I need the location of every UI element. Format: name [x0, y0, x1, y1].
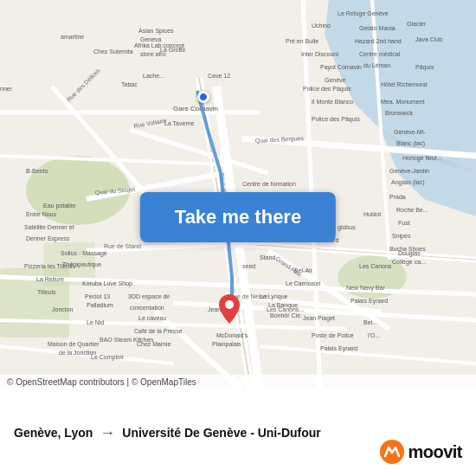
- svg-text:Inter Discount: Inter Discount: [301, 51, 338, 57]
- svg-text:Blanc (lac): Blanc (lac): [396, 140, 425, 147]
- svg-text:du Léman: du Léman: [363, 62, 390, 68]
- svg-text:Palais Eynard: Palais Eynard: [320, 345, 357, 352]
- svg-text:Brunswick: Brunswick: [385, 110, 413, 116]
- svg-text:amartine: amartine: [61, 34, 84, 40]
- svg-text:Les Canons: Les Canons: [359, 263, 392, 269]
- svg-text:Police des Pâquis: Police des Pâquis: [312, 116, 360, 123]
- svg-text:Collège ca...: Collège ca...: [392, 259, 426, 266]
- svg-text:Jean Piaget: Jean Piaget: [303, 315, 335, 322]
- svg-text:Payot Cornavin: Payot Cornavin: [320, 64, 362, 71]
- svg-text:Denner Express: Denner Express: [26, 235, 70, 242]
- svg-text:Centre médical: Centre médical: [359, 51, 401, 57]
- svg-text:nner: nner: [0, 86, 13, 92]
- svg-text:Bel...: Bel...: [363, 319, 377, 325]
- map-attribution: © OpenStreetMap contributors | © OpenMap…: [0, 375, 476, 389]
- svg-text:store afro: store afro: [140, 51, 166, 57]
- svg-text:Café de la Presse: Café de la Presse: [134, 328, 183, 334]
- svg-text:Bucha Shoes: Bucha Shoes: [389, 246, 426, 252]
- svg-text:Snipes: Snipes: [392, 233, 411, 240]
- svg-text:Anglais (lac): Anglais (lac): [391, 179, 425, 186]
- svg-text:Plainpalais: Plainpalais: [212, 341, 241, 348]
- svg-text:Le Carrousel: Le Carrousel: [286, 280, 321, 286]
- destination-marker: [219, 294, 240, 327]
- svg-text:concentation: concentation: [130, 305, 164, 311]
- svg-text:Stand: Stand: [260, 254, 275, 261]
- svg-text:Hazard 2nd hand: Hazard 2nd hand: [355, 38, 402, 44]
- svg-text:Poste de Police: Poste de Police: [312, 332, 354, 338]
- moovit-text: moovit: [408, 442, 462, 462]
- svg-text:Gelato Mania: Gelato Mania: [359, 25, 396, 31]
- svg-text:Fust: Fust: [398, 220, 410, 226]
- take-me-there-button[interactable]: Take me there: [140, 192, 336, 242]
- svg-text:Genève-Mt-: Genève-Mt-: [394, 129, 427, 135]
- svg-text:Asian Spices: Asian Spices: [138, 28, 174, 35]
- svg-text:Lache...: Lache...: [143, 73, 164, 79]
- map-container: Rue des Délices Rue Voltaire Quai du Seu…: [0, 0, 476, 389]
- svg-text:Roche Be...: Roche Be...: [396, 207, 428, 213]
- svg-text:Le Lyrique: Le Lyrique: [260, 293, 288, 300]
- svg-text:Joncton: Joncton: [52, 306, 74, 312]
- svg-text:Centre de formation: Centre de formation: [242, 181, 296, 187]
- svg-text:Maison de Quartier: Maison de Quartier: [48, 341, 100, 348]
- svg-text:seed: seed: [242, 263, 255, 269]
- svg-text:Hublot: Hublot: [363, 211, 381, 217]
- svg-text:Bel-Air: Bel-Air: [294, 267, 313, 273]
- svg-text:La Reliure: La Reliure: [36, 276, 64, 282]
- svg-text:Rue de Stand: Rue de Stand: [104, 243, 141, 249]
- route-from: Genève, Lyon: [14, 426, 93, 440]
- moovit-icon: [380, 440, 404, 464]
- svg-point-132: [225, 300, 234, 309]
- svg-text:l'O...: l'O...: [368, 332, 380, 338]
- svg-text:Le caveau: Le caveau: [138, 315, 166, 321]
- svg-text:Afrika Lab:concept: Afrika Lab:concept: [134, 42, 184, 49]
- svg-text:Tabac: Tabac: [121, 81, 138, 87]
- svg-text:Il Monte Blanco: Il Monte Blanco: [312, 99, 353, 105]
- svg-text:Pizzeria les Tilleuls: Pizzeria les Tilleuls: [24, 263, 76, 269]
- svg-text:New Navy Bar: New Navy Bar: [346, 285, 385, 292]
- svg-text:La Banque: La Banque: [268, 302, 298, 309]
- svg-text:Prada: Prada: [389, 194, 406, 200]
- svg-text:McDonald's: McDonald's: [216, 332, 248, 338]
- svg-text:Bonhôr Cie.: Bonhôr Cie.: [270, 312, 302, 318]
- svg-text:Palais Eynard: Palais Eynard: [351, 298, 388, 305]
- svg-text:Horloge fleur...: Horloge fleur...: [402, 155, 442, 162]
- svg-text:Sollus - Massage: Sollus - Massage: [61, 250, 107, 257]
- svg-text:Le Nid: Le Nid: [87, 319, 104, 325]
- svg-text:Geneva: Geneva: [140, 36, 162, 42]
- svg-text:globus: globus: [338, 224, 356, 231]
- svg-text:Le Comptoir: Le Comptoir: [91, 354, 125, 361]
- svg-text:Gare Cornavin: Gare Cornavin: [173, 105, 218, 113]
- svg-text:Pâquis: Pâquis: [415, 64, 434, 71]
- svg-text:Uchino: Uchino: [312, 23, 331, 29]
- svg-text:Peclot 13: Peclot 13: [85, 293, 110, 299]
- svg-text:Mea. Monument: Mea. Monument: [381, 99, 425, 105]
- svg-text:Satellite Denner et: Satellite Denner et: [24, 224, 74, 230]
- route-to: Université De Genève - Uni-Dufour: [122, 426, 321, 440]
- svg-text:Tilleuls: Tilleuls: [37, 289, 56, 295]
- svg-text:Le Refuge Genève: Le Refuge Genève: [338, 10, 389, 17]
- svg-text:Glacier: Glacier: [407, 21, 427, 27]
- moovit-logo: moovit: [380, 440, 462, 464]
- svg-text:La Taverne: La Taverne: [164, 120, 195, 126]
- svg-text:Cave 12: Cave 12: [208, 73, 230, 79]
- svg-text:3DD espace de: 3DD espace de: [128, 293, 170, 300]
- svg-text:Pré en Bulle: Pré en Bulle: [286, 38, 318, 44]
- svg-text:Palladium: Palladium: [87, 302, 113, 308]
- svg-text:Genève: Genève: [325, 77, 346, 83]
- svg-text:Chez Sulemita: Chez Sulemita: [93, 48, 133, 55]
- svg-text:B-Bento: B-Bento: [26, 168, 48, 174]
- origin-marker: [197, 91, 209, 103]
- svg-text:Java Club: Java Club: [415, 36, 442, 42]
- footer-bar: Genève, Lyon → Université De Genève - Un…: [0, 389, 476, 476]
- svg-text:Genève-Jardin: Genève-Jardin: [389, 168, 429, 174]
- svg-text:Police des Pâquis: Police des Pâquis: [303, 86, 351, 93]
- svg-text:Eau potable: Eau potable: [43, 203, 75, 209]
- svg-text:Chez Mamie: Chez Mamie: [137, 341, 170, 347]
- svg-text:Hôtel Richemond: Hôtel Richemond: [381, 81, 428, 87]
- svg-text:Koruba Love Shop: Koruba Love Shop: [82, 280, 132, 287]
- arrow-icon: →: [100, 424, 115, 442]
- svg-text:Entre Nous: Entre Nous: [26, 211, 57, 217]
